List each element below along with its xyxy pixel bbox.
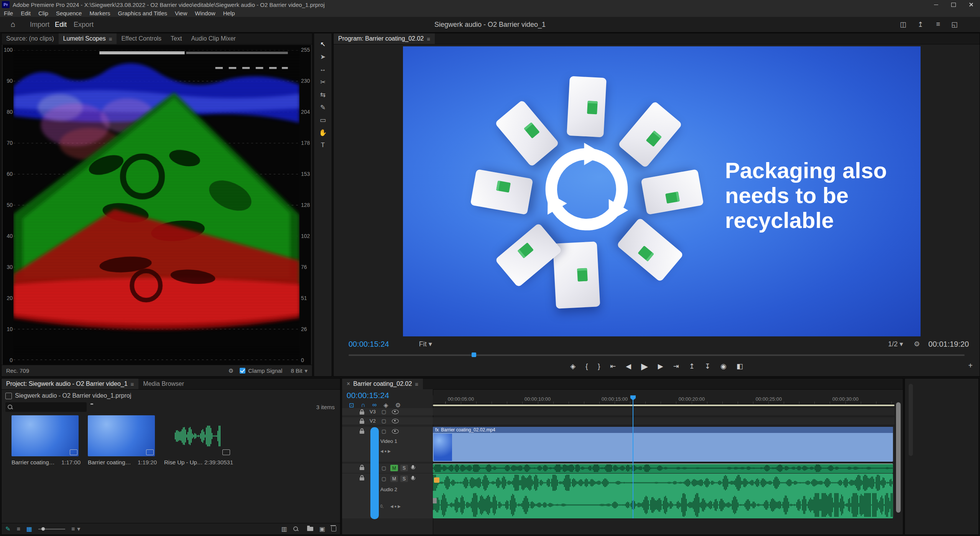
sync-lock-icon[interactable]: ▢ <box>381 409 386 415</box>
lock-icon[interactable] <box>360 411 364 415</box>
track-lane-v2[interactable] <box>433 417 894 425</box>
zoom-level-dropdown[interactable]: Fit ▾ <box>419 340 432 348</box>
menu-sequence[interactable]: Sequence <box>52 9 86 17</box>
menu-file[interactable]: File <box>0 9 17 17</box>
keyframe-nav-icons[interactable]: ◀ ● ▶ <box>390 504 401 508</box>
playback-resolution-dropdown[interactable]: 1/2 ▾ <box>888 340 903 348</box>
keyframe-nav-icons[interactable]: ◀ ● ▶ <box>380 449 391 453</box>
track-lane-a2[interactable] <box>433 474 894 518</box>
sync-lock-icon[interactable]: ▢ <box>381 465 386 471</box>
panel-menu-icon[interactable]: ≡ <box>415 381 418 387</box>
sync-lock-icon[interactable]: ▢ <box>381 428 386 434</box>
search-box[interactable] <box>5 402 87 412</box>
workspaces-menu-icon[interactable]: ≡ <box>936 20 940 28</box>
find-icon[interactable] <box>293 526 299 532</box>
panel-menu-icon[interactable]: ≡ <box>427 36 430 42</box>
menu-clip[interactable]: Clip <box>35 9 52 17</box>
lock-icon[interactable] <box>360 421 364 424</box>
export-frame-button[interactable]: ◉ <box>720 362 727 370</box>
video-clip[interactable]: fx Barrier coating_02.02.mp4 <box>433 427 893 462</box>
go-to-out-button[interactable]: ⇥ <box>673 362 679 370</box>
panel-menu-icon[interactable]: ≡ <box>109 36 112 42</box>
item-name[interactable]: Barrier coating_02.02.mp4 <box>12 459 57 466</box>
playhead-line[interactable] <box>633 395 633 518</box>
home-icon[interactable]: ⌂ <box>11 20 15 29</box>
step-back-button[interactable]: ◀ <box>626 362 631 370</box>
item-name[interactable]: Rise Up - Upbeat Mot... <box>164 459 204 466</box>
breadcrumb[interactable]: Siegwerk audio - O2 Barrier video_1.prpr… <box>5 392 131 400</box>
db-readout[interactable]: 0, <box>380 504 383 508</box>
workspace-tab-import[interactable]: Import <box>30 17 49 32</box>
solo-button[interactable]: S <box>400 475 408 482</box>
list-view-icon[interactable]: ≡ <box>16 526 20 533</box>
clamp-signal-checkbox[interactable] <box>240 368 245 374</box>
track-output-eye-icon[interactable] <box>392 410 399 414</box>
tab-source[interactable]: Source: (no clips) <box>2 33 59 44</box>
go-to-in-button[interactable]: ⇤ <box>610 362 616 370</box>
track-lane-v3[interactable] <box>433 408 894 415</box>
lift-button[interactable]: ↥ <box>689 362 695 370</box>
slip-tool[interactable]: ⇆ <box>318 90 328 99</box>
menu-window[interactable]: Window <box>191 9 219 17</box>
project-item[interactable]: Rise Up - Upbeat Mot... 2:39:30531 <box>164 415 233 466</box>
menu-graphics-titles[interactable]: Graphics and Titles <box>114 9 171 17</box>
clear-icon[interactable] <box>331 526 336 531</box>
close-icon[interactable]: × <box>347 380 350 387</box>
track-header-a2[interactable]: ▢ M S Audio 2 0, ◀ ● ▶ <box>342 474 433 518</box>
track-header-v3[interactable]: V3 ▢ <box>342 408 433 415</box>
track-scrollbar[interactable] <box>370 427 379 519</box>
writable-toggle-icon[interactable]: ✎ <box>5 525 10 533</box>
fullscreen-icon[interactable]: ◱ <box>951 20 958 29</box>
voiceover-mic-icon[interactable] <box>412 476 414 479</box>
selection-tool[interactable]: ↖ <box>318 39 328 49</box>
track-name-label[interactable]: Video 1 <box>380 438 397 444</box>
program-timecode[interactable]: 00:00:15:24 <box>349 340 389 349</box>
scrubber-track[interactable] <box>349 354 965 356</box>
chevron-down-icon[interactable]: ▾ <box>77 525 80 533</box>
workspace-layout-icon[interactable]: ◫ <box>900 20 906 29</box>
search-input[interactable] <box>15 403 82 411</box>
rectangle-tool[interactable]: ▭ <box>318 115 328 125</box>
mute-button[interactable]: M <box>390 475 398 482</box>
track-header-v2[interactable]: V2 ▢ <box>342 417 433 425</box>
track-output-eye-icon[interactable] <box>392 419 399 423</box>
project-item[interactable]: Barrier coating_02.02.mp4 1:17:00 <box>12 415 81 466</box>
tab-sequence[interactable]: × Barrier coating_02.02 ≡ <box>342 379 423 389</box>
audio-clip[interactable] <box>433 464 893 473</box>
timeline-timecode[interactable]: 00:00:15:24 <box>347 391 389 400</box>
scrubber-playhead[interactable] <box>472 352 476 357</box>
lock-icon[interactable] <box>360 467 364 470</box>
mark-out-button[interactable]: } <box>598 362 600 370</box>
pen-tool[interactable]: ✎ <box>318 103 328 112</box>
maximize-button[interactable] <box>945 0 962 9</box>
extract-button[interactable]: ↧ <box>705 362 710 370</box>
lock-icon[interactable] <box>360 431 364 434</box>
track-output-eye-icon[interactable] <box>392 429 399 434</box>
audio-thumbnail[interactable] <box>164 415 231 456</box>
track-name-label[interactable]: Audio 2 <box>380 487 397 492</box>
menu-view[interactable]: View <box>171 9 191 17</box>
item-name[interactable]: Barrier coating_02.02 <box>88 459 133 466</box>
solo-button[interactable]: S <box>400 465 408 471</box>
automate-to-sequence-icon[interactable]: ▥ <box>281 525 287 533</box>
close-button[interactable] <box>962 0 980 9</box>
play-button[interactable]: ▶ <box>641 361 648 372</box>
tab-lumetri-scopes[interactable]: Lumetri Scopes ≡ <box>59 33 117 44</box>
thumbnail-zoom-slider[interactable] <box>38 529 65 529</box>
sort-icons-icon[interactable]: ≡ <box>71 526 75 533</box>
tab-project[interactable]: Project: Siegwerk audio - O2 Barrier vid… <box>2 379 138 389</box>
chevron-down-icon[interactable]: ▾ <box>304 367 307 374</box>
menu-help[interactable]: Help <box>219 9 239 17</box>
tab-audio-clip-mixer[interactable]: Audio Clip Mixer <box>186 33 240 44</box>
scope-settings-icon[interactable]: ⚙ <box>229 367 233 374</box>
program-scrubber[interactable] <box>349 352 965 357</box>
quick-export-icon[interactable]: ↥ <box>918 20 923 29</box>
button-editor-plus[interactable]: + <box>968 361 973 370</box>
mute-button[interactable]: M <box>390 465 398 471</box>
new-item-icon[interactable]: ▣ <box>319 525 325 533</box>
project-item[interactable]: Barrier coating_02.02 1:19:20 <box>88 415 157 466</box>
ripple-edit-tool[interactable]: ↔ <box>318 65 328 74</box>
vertical-scrollbar[interactable] <box>896 402 901 513</box>
track-header-a1[interactable]: ▢ M S <box>342 464 433 473</box>
tab-program-monitor[interactable]: Program: Barrier coating_02.02 ≡ <box>334 33 435 44</box>
